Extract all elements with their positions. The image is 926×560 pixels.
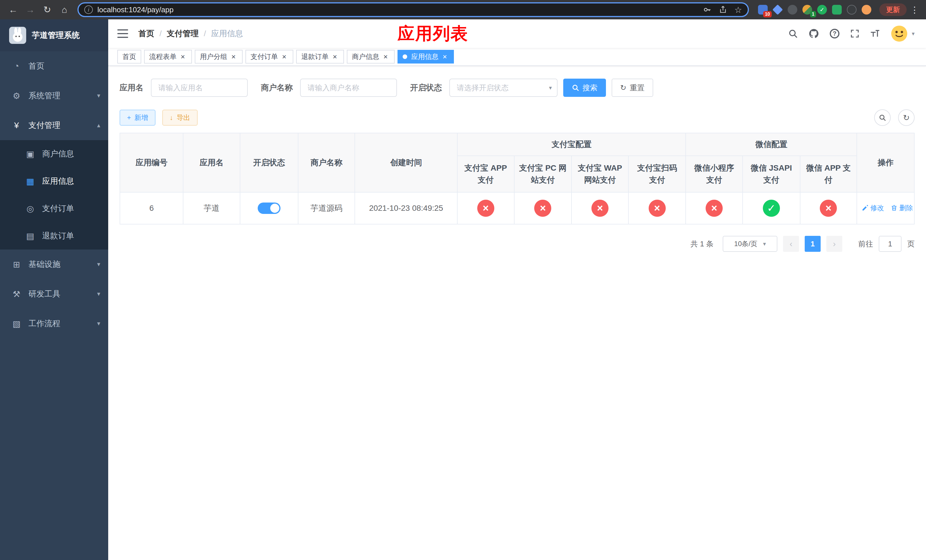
dashboard-icon: ◔ (11, 61, 22, 71)
page-size-select[interactable]: 10条/页 ▾ (723, 236, 777, 252)
extension-pin-icon[interactable] (847, 5, 856, 15)
check-status-icon: ✓ (763, 200, 780, 217)
close-icon[interactable]: × (331, 53, 339, 61)
sidebar-toggle-icon[interactable] (117, 29, 128, 38)
table-toolbar: + 新增 ↓ 导出 ↻ (120, 109, 915, 126)
cell-alipay-qr: × (628, 192, 686, 224)
sidebar-item-system[interactable]: ⚙ 系统管理 ▾ (0, 81, 108, 110)
close-icon[interactable]: × (179, 53, 187, 61)
chevron-down-icon: ▾ (97, 260, 100, 268)
sidebar-item-merchant-info[interactable]: ▣ 商户信息 (0, 140, 108, 168)
tab-process-form[interactable]: 流程表单 × (144, 50, 192, 64)
sidebar-item-infrastructure[interactable]: ⊞ 基础设施 ▾ (0, 250, 108, 279)
chevron-down-icon: ▾ (763, 241, 766, 247)
tab-pay-order[interactable]: 支付订单 × (245, 50, 293, 64)
github-icon[interactable] (809, 29, 819, 39)
help-icon[interactable]: ? (830, 29, 840, 38)
prev-page-button[interactable]: ‹ (783, 236, 799, 252)
sidebar-item-home[interactable]: ◔ 首页 (0, 51, 108, 81)
cell-merchant: 芋道源码 (298, 192, 355, 224)
extension-icon-3[interactable] (788, 5, 797, 15)
close-icon[interactable]: × (230, 53, 238, 61)
url-bar[interactable]: i localhost:1024/pay/app ☆ (77, 2, 749, 17)
app-logo[interactable]: 芋道管理系统 (0, 20, 108, 51)
sidebar-item-refund-order[interactable]: ▤ 退款订单 (0, 222, 108, 250)
back-button[interactable]: ← (6, 2, 21, 17)
page-1-button[interactable]: 1 (805, 236, 821, 252)
status-label: 开启状态 (410, 82, 442, 93)
url-text[interactable]: localhost:1024/pay/app (97, 5, 699, 14)
status-select[interactable]: 请选择开启状态 ▾ (449, 79, 558, 97)
extension-icon-6[interactable] (832, 5, 842, 15)
sidebar-item-workflow[interactable]: ▧ 工作流程 ▾ (0, 309, 108, 338)
cell-wx-app: × (800, 192, 857, 224)
sidebar-item-pay-order[interactable]: ◎ 支付订单 (0, 195, 108, 222)
refresh-table-button[interactable]: ↻ (898, 109, 915, 126)
col-alipay-app: 支付宝 APP 支付 (457, 156, 514, 192)
search-button[interactable]: 搜索 (563, 79, 606, 97)
sidebar-item-app-info[interactable]: ▦ 应用信息 (0, 168, 108, 195)
browser-menu-icon[interactable]: ⋮ (909, 5, 920, 15)
extension-icon-4[interactable]: 1 (802, 5, 812, 15)
tab-home[interactable]: 首页 (117, 50, 141, 64)
tab-user-group[interactable]: 用户分组 × (195, 50, 243, 64)
chevron-down-icon: ▾ (549, 84, 552, 91)
user-avatar[interactable]: ▾ (891, 25, 915, 42)
table-row: 6 芋道 芋道源码 2021-10-23 08:49:25 × × × × × (120, 192, 914, 224)
col-group-wechat: 微信配置 (686, 133, 857, 156)
sidebar-item-label: 支付管理 (29, 120, 61, 131)
sidebar-item-payment[interactable]: ¥ 支付管理 ▴ (0, 110, 108, 140)
edit-button[interactable]: 修改 (862, 203, 884, 212)
chrome-update-button[interactable]: 更新 (879, 3, 906, 16)
extension-icon-2[interactable] (773, 5, 783, 15)
toggle-search-button[interactable] (874, 109, 891, 126)
close-icon[interactable]: × (441, 53, 449, 61)
cell-alipay-wap: × (572, 192, 628, 224)
reload-button[interactable]: ↻ (40, 2, 54, 17)
tab-merchant-info[interactable]: 商户信息 × (347, 50, 395, 64)
fullscreen-icon[interactable] (850, 29, 859, 38)
button-label: 新增 (135, 113, 148, 122)
extension-icon-5[interactable]: ✓ (817, 5, 827, 15)
card-icon: ▣ (25, 149, 35, 159)
search-form: 应用名 商户名称 开启状态 请选择开启状态 ▾ (120, 79, 915, 97)
tab-label: 用户分组 (200, 52, 227, 61)
share-icon[interactable] (719, 6, 727, 14)
question-mark: ? (830, 29, 840, 38)
export-button[interactable]: ↓ 导出 (162, 110, 198, 126)
extension-icon-1[interactable]: 10 (758, 5, 768, 15)
app-header: 首页 / 支付管理 / 应用信息 应用列表 ? (108, 20, 926, 48)
goto-page-input[interactable] (879, 236, 902, 252)
page-title: 应用列表 (398, 22, 468, 45)
site-info-icon[interactable]: i (84, 5, 93, 14)
pagination-total: 共 1 条 (690, 239, 714, 249)
close-icon[interactable]: × (280, 53, 288, 61)
next-page-button[interactable]: › (826, 236, 842, 252)
download-icon: ↓ (170, 114, 173, 122)
tab-app-info[interactable]: 应用信息 × (398, 50, 454, 64)
merchant-name-input[interactable] (300, 79, 397, 97)
search-icon[interactable] (788, 29, 798, 38)
cross-status-icon: × (649, 200, 666, 217)
app-name-input[interactable] (151, 79, 248, 97)
status-toggle[interactable] (258, 203, 280, 214)
add-button[interactable]: + 新增 (120, 110, 156, 126)
cross-status-icon: × (477, 200, 494, 217)
password-key-icon[interactable] (703, 5, 711, 14)
cell-app-id: 6 (120, 192, 183, 224)
document-icon: ▤ (25, 231, 35, 241)
close-icon[interactable]: × (381, 53, 390, 61)
font-size-icon[interactable] (870, 29, 880, 38)
bookmark-star-icon[interactable]: ☆ (734, 5, 742, 15)
forward-button[interactable]: → (23, 2, 38, 17)
extension-icon-8[interactable] (862, 5, 872, 15)
breadcrumb-payment[interactable]: 支付管理 (167, 28, 199, 39)
chevron-down-icon: ▾ (97, 92, 100, 100)
browser-home-button[interactable]: ⌂ (57, 2, 72, 17)
sidebar-item-dev-tools[interactable]: ⚒ 研发工具 ▾ (0, 279, 108, 309)
workflow-icon: ▧ (11, 319, 22, 329)
delete-button[interactable]: 删除 (891, 203, 913, 212)
tab-refund-order[interactable]: 退款订单 × (296, 50, 344, 64)
reset-button[interactable]: ↻ 重置 (612, 79, 653, 97)
breadcrumb-home[interactable]: 首页 (138, 28, 154, 39)
